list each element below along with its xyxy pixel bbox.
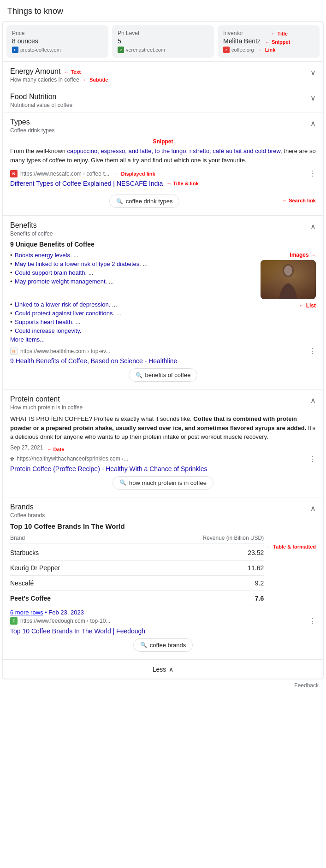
brands-search-link-text: coffee brands <box>150 642 186 649</box>
brands-search-link[interactable]: 🔍 coffee brands <box>133 638 193 652</box>
list-item: Boosts energy levels. ... <box>10 252 256 259</box>
section-benefits-title: Benefits <box>10 221 53 230</box>
card-price: Price 8 ounces P presto-coffee.com <box>6 25 108 58</box>
section-protein: Protein content How much protein is in c… <box>3 390 323 497</box>
snippet2-annotation: Snippet <box>153 138 173 145</box>
section-benefits: Benefits Benefits of coffee ∧ 9 Unique B… <box>3 216 323 390</box>
brands-source-url: https://www.feedough.com › top-10... <box>20 618 110 624</box>
benefit-link-7[interactable]: Supports heart health. <box>15 319 74 325</box>
benefits-source-title[interactable]: 9 Health Benefits of Coffee, Based on Sc… <box>10 357 316 365</box>
search-link-annotation: ← Search link <box>282 198 316 203</box>
protein-source-title[interactable]: Protein Coffee (Proffee Recipe) - Health… <box>10 465 316 472</box>
benefits-search-link-text: benefits of coffee <box>145 372 191 378</box>
section-brands-title: Brands <box>10 503 45 511</box>
feedback-row: Feedback <box>0 679 326 691</box>
subtitle-annotation: ← Subtitle <box>83 77 108 83</box>
types-link-cappuccino[interactable]: cappuccino, espresso, and latte, to the … <box>67 148 281 154</box>
benefits-source-row: H https://www.healthline.com › top-ev...… <box>10 347 316 355</box>
types-search-link[interactable]: 🔍 coffee drink types <box>109 195 180 208</box>
benefit-link-4[interactable]: May promote weight management. <box>15 278 107 285</box>
section-brands-header[interactable]: Brands Coffee brands ∧ <box>3 497 323 522</box>
section-nutrition-subtitle: Nutritional value of coffee <box>10 102 72 108</box>
benefits-chevron: ∧ <box>310 222 316 231</box>
section-brands-subtitle: Coffee brands <box>10 512 45 519</box>
benefits-source-url: https://www.healthline.com › top-ev... <box>20 348 110 354</box>
person-svg <box>272 262 304 299</box>
presto-favicon: P <box>12 47 18 53</box>
brand-starbucks: Starbucks <box>10 549 39 556</box>
search-icon-protein: 🔍 <box>119 479 126 486</box>
types-source-row: N https://www.nescafe.com › coffee-t... … <box>10 169 316 178</box>
less-button-row[interactable]: Less ∧ <box>3 660 323 679</box>
protein-search-link[interactable]: 🔍 how much protein is in coffee <box>113 476 213 490</box>
protein-search-link-text: how much protein is in coffee <box>129 479 207 486</box>
page-title: Things to know <box>0 0 326 21</box>
more-rows: 6 more rows • Feb 23, 2023 <box>10 609 316 616</box>
list-item: Linked to a lower risk of depression. ..… <box>10 301 280 308</box>
table-row: Nescafé 9.2 <box>10 576 264 591</box>
benefit-link-8[interactable]: Could increase longevity. <box>15 327 81 334</box>
section-types-header[interactable]: Types Coffee drink types ∧ <box>3 112 323 137</box>
section-energy: Energy Amount ← Text How many calories i… <box>3 62 323 87</box>
types-source-title[interactable]: Different Types of Coffee Explained | NE… <box>10 180 163 187</box>
displayed-link-annotation: ← Displayed link <box>115 171 155 177</box>
benefit-link-6[interactable]: Could protect against liver conditions. <box>15 310 114 317</box>
more-items-link[interactable]: More items... <box>10 336 316 343</box>
more-rows-link[interactable]: 6 more rows <box>10 609 43 616</box>
less-button-text: Less <box>153 666 166 673</box>
card-price-source: P presto-coffee.com <box>12 47 103 53</box>
benefits-top: Boosts energy levels. ... May be linked … <box>10 252 316 299</box>
benefits-list: Boosts energy levels. ... May be linked … <box>10 252 256 299</box>
card-inventor-title: Inventor <box>223 30 243 36</box>
brand-keurig: Keurig Dr Pepper <box>10 564 60 572</box>
types-source-dots[interactable]: ⋮ <box>308 169 316 178</box>
types-source-left: N https://www.nescafe.com › coffee-t... … <box>10 170 155 177</box>
table-row: Starbucks 23.52 <box>10 545 264 561</box>
brands-date: Feb 23, 2023 <box>48 609 84 616</box>
benefit-link-5[interactable]: Linked to a lower risk of depression. <box>15 301 110 308</box>
section-protein-title: Protein content <box>10 395 83 403</box>
list-item: Could protect against liver conditions. … <box>10 310 316 317</box>
section-types-content: Snippet From the well-known cappuccino, … <box>3 137 323 215</box>
card-price-source-name: presto-coffee.com <box>20 47 61 53</box>
section-energy-header[interactable]: Energy Amount ← Text How many calories i… <box>3 62 323 87</box>
benefit-link-1[interactable]: Boosts energy levels. <box>15 252 72 259</box>
list-item: Supports heart health. ... <box>10 319 316 325</box>
revenue-keurig: 11.62 <box>248 564 264 572</box>
section-food-nutrition-header[interactable]: Food Nutrition Nutritional value of coff… <box>3 87 323 112</box>
benefit-link-2[interactable]: May be linked to a lower risk of type 2 … <box>15 260 141 267</box>
card-price-title: Price <box>12 30 103 36</box>
table-col2: Revenue (in Billion USD) <box>203 535 264 541</box>
benefits-search-link[interactable]: 🔍 benefits of coffee <box>129 368 198 382</box>
brands-table-header: Brand Revenue (in Billion USD) <box>10 535 264 543</box>
coffeeorg-favicon: c <box>223 47 230 53</box>
healthline-favicon: H <box>10 348 18 355</box>
revenue-starbucks: 23.52 <box>248 549 264 556</box>
card-ph-source: V verenastreet.com <box>118 47 208 53</box>
brands-source-title[interactable]: Top 10 Coffee Brands In The World | Feed… <box>10 627 316 635</box>
types-snippet: From the well-known cappuccino, espresso… <box>10 147 316 165</box>
brands-source-left: F https://www.feedough.com › top-10... <box>10 617 110 625</box>
title-link-annotation: ← Title & link <box>166 181 198 186</box>
section-types-title: Types <box>10 118 55 126</box>
card-inventor-source-name: coffee.org <box>231 47 254 53</box>
snippet-annotation: ← Snippet <box>265 39 290 45</box>
section-food-nutrition: Food Nutrition Nutritional value of coff… <box>3 87 323 112</box>
section-brands-content: Top 10 Coffee Brands In The World Brand … <box>3 522 323 659</box>
protein-source-url: https://healthywithachanceofsprinkles.co… <box>17 455 128 462</box>
section-energy-title: Energy Amount <box>10 67 60 76</box>
table-annotation: ← Table & formatted <box>267 544 316 549</box>
brand-peets: Peet's Coffee <box>10 595 51 602</box>
protein-date: Sep 27, 2021 <box>10 444 43 451</box>
benefits-source-dots[interactable]: ⋮ <box>308 347 316 355</box>
protein-source-dots[interactable]: ⋮ <box>308 455 316 463</box>
section-brands: Brands Coffee brands ∧ Top 10 Coffee Bra… <box>3 497 323 660</box>
brands-source-dots[interactable]: ⋮ <box>308 617 316 626</box>
benefits-heading: 9 Unique Benefits of Coffee <box>10 241 316 248</box>
benefit-link-3[interactable]: Could support brain health. <box>15 269 87 276</box>
list-item: May promote weight management. ... <box>10 278 256 285</box>
verena-favicon: V <box>118 47 124 53</box>
section-protein-header[interactable]: Protein content How much protein is in c… <box>3 390 323 414</box>
section-protein-subtitle: How much protein is in coffee <box>10 404 83 411</box>
section-benefits-header[interactable]: Benefits Benefits of coffee ∧ <box>3 216 323 241</box>
